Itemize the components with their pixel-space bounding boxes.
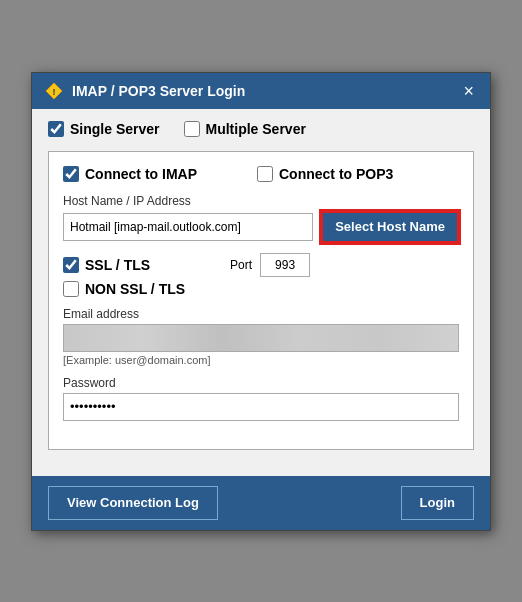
ssl-checkbox[interactable]: [63, 257, 79, 273]
nonssl-row: NON SSL / TLS: [63, 281, 459, 297]
nonssl-checkbox[interactable]: [63, 281, 79, 297]
connect-imap-checkbox[interactable]: [63, 166, 79, 182]
connect-row: Connect to IMAP Connect to POP3: [63, 166, 459, 182]
nonssl-label: NON SSL / TLS: [85, 281, 185, 297]
title-bar-left: ! IMAP / POP3 Server Login: [44, 81, 245, 101]
connect-pop3-checkbox[interactable]: [257, 166, 273, 182]
main-dialog: ! IMAP / POP3 Server Login × Single Serv…: [31, 72, 491, 531]
ssl-option[interactable]: SSL / TLS: [63, 257, 150, 273]
port-input[interactable]: [260, 253, 310, 277]
email-input[interactable]: [63, 324, 459, 352]
server-type-row: Single Server Multiple Server: [48, 121, 474, 137]
ssl-label: SSL / TLS: [85, 257, 150, 273]
connect-imap-option[interactable]: Connect to IMAP: [63, 166, 197, 182]
password-label: Password: [63, 376, 459, 390]
port-label: Port: [230, 258, 252, 272]
ssl-row: SSL / TLS Port: [63, 253, 459, 277]
host-name-input[interactable]: [63, 213, 313, 241]
multiple-server-label: Multiple Server: [206, 121, 306, 137]
nonssl-option[interactable]: NON SSL / TLS: [63, 281, 459, 297]
email-example: [Example: user@domain.com]: [63, 354, 459, 366]
footer: View Connection Log Login: [32, 476, 490, 530]
inner-box: Connect to IMAP Connect to POP3 Host Nam…: [48, 151, 474, 450]
host-name-label: Host Name / IP Address: [63, 194, 459, 208]
view-connection-log-button[interactable]: View Connection Log: [48, 486, 218, 520]
title-bar: ! IMAP / POP3 Server Login ×: [32, 73, 490, 109]
select-host-button[interactable]: Select Host Name: [321, 211, 459, 243]
connect-pop3-label: Connect to POP3: [279, 166, 393, 182]
close-button[interactable]: ×: [459, 82, 478, 100]
single-server-checkbox[interactable]: [48, 121, 64, 137]
login-button[interactable]: Login: [401, 486, 474, 520]
connect-imap-label: Connect to IMAP: [85, 166, 197, 182]
app-icon: !: [44, 81, 64, 101]
dialog-body: Single Server Multiple Server Connect to…: [32, 109, 490, 476]
email-label: Email address: [63, 307, 459, 321]
multiple-server-option[interactable]: Multiple Server: [184, 121, 306, 137]
host-name-row: Select Host Name: [63, 211, 459, 243]
dialog-title: IMAP / POP3 Server Login: [72, 83, 245, 99]
connect-pop3-option[interactable]: Connect to POP3: [257, 166, 393, 182]
password-input[interactable]: [63, 393, 459, 421]
single-server-label: Single Server: [70, 121, 160, 137]
svg-text:!: !: [53, 87, 56, 97]
multiple-server-checkbox[interactable]: [184, 121, 200, 137]
port-group: Port: [230, 253, 310, 277]
password-field-group: Password: [63, 376, 459, 421]
single-server-option[interactable]: Single Server: [48, 121, 160, 137]
email-field-group: Email address [Example: user@domain.com]: [63, 307, 459, 366]
